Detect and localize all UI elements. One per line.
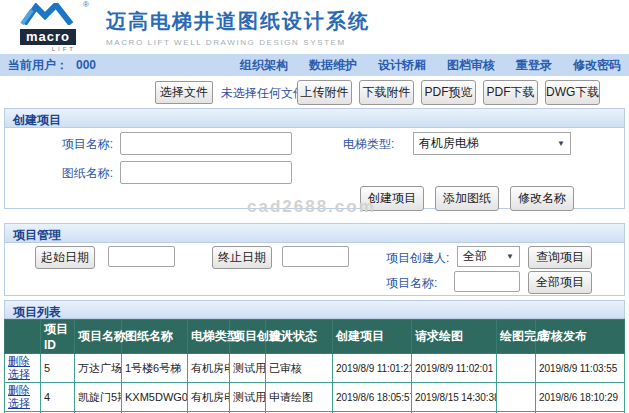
query-projects-button[interactable]: 查询项目 [528, 246, 592, 269]
create-project-panel: 创建项目 项目名称: 电梯类型: 有机房电梯 ▼ 图纸名称: 创建项目添加图纸修… [4, 108, 625, 209]
file-action-button[interactable]: PDF下载 [483, 80, 538, 105]
row-actions-cell: 删除 选择 [5, 383, 41, 412]
project-manage-panel-title: 项目管理 [5, 224, 624, 243]
project-creator-select[interactable]: 全部 ▼ [457, 246, 520, 267]
file-toolbar: 选择文件 未选择任何文件 上传附件下载附件PDF预览PDF下载DWG下载 [0, 80, 629, 104]
project-name-cell: 万达广场 [75, 354, 122, 383]
column-header: 项目创建人 [230, 320, 266, 354]
table-row: 删除 选择 4 凯旋门5期 KXM5DWG001 有机房电梯 测试用户 申请绘图… [5, 383, 625, 412]
column-header: 项目ID [41, 320, 75, 354]
end-date-input[interactable] [282, 246, 349, 267]
project-list-title: 项目列表 [4, 300, 625, 319]
design-status-cell: 已审核 [266, 354, 333, 383]
project-list-table-body: 删除 选择 5 万达广场 1号楼6号梯 有机房电梯 测试用户 已审核 2019/… [5, 354, 625, 413]
table-header-row: 项目ID项目名称图纸名称电梯类型项目创建人设计状态创建项目请求绘图绘图完成审核发… [5, 320, 625, 354]
project-creator-label: 项目创建人: [386, 250, 449, 267]
elevator-type-label: 电梯类型: [343, 136, 394, 153]
file-action-button[interactable]: 上传附件 [297, 80, 352, 105]
elevator-type-select[interactable]: 有机房电梯 ▼ [413, 132, 571, 155]
delete-link[interactable]: 删除 [8, 384, 30, 396]
top-nav: 当前用户： 000 组织架构数据维护设计轿厢图档审核重登录修改密码 [0, 54, 629, 76]
row-actions-cell: 删除 选择 [5, 354, 41, 383]
creator-cell: 测试用户 [230, 383, 266, 412]
page-title: 迈高电梯井道图纸设计系统 [106, 8, 370, 35]
created-time-cell: 2019/8/6 18:05:57 [333, 383, 412, 412]
column-header: 创建项目 [333, 320, 412, 354]
choose-file-button[interactable]: 选择文件 [155, 81, 213, 104]
nav-item[interactable]: 修改密码 [573, 58, 621, 72]
create-action-button[interactable]: 添加图纸 [435, 186, 499, 211]
create-project-panel-title: 创建项目 [5, 109, 624, 128]
create-project-body: 项目名称: 电梯类型: 有机房电梯 ▼ 图纸名称: 创建项目添加图纸修改名称 [5, 128, 624, 208]
drawing-name-cell: KXM5DWG001 [122, 383, 188, 412]
create-action-button[interactable]: 修改名称 [510, 186, 574, 211]
all-projects-button[interactable]: 全部项目 [528, 271, 592, 294]
chevron-down-icon: ▼ [557, 139, 565, 148]
end-date-button[interactable]: 终止日期 [212, 246, 272, 269]
project-name-cell: 凯旋门5期 [75, 383, 122, 412]
delete-link[interactable]: 删除 [8, 355, 30, 367]
project-creator-selected-value: 全部 [463, 248, 487, 265]
request-drawing-time-cell: 2019/8/9 11:02:01 [412, 354, 497, 383]
drawing-name-input[interactable] [120, 161, 292, 184]
start-date-button[interactable]: 起始日期 [35, 246, 95, 269]
manage-project-name-label: 项目名称: [386, 275, 437, 292]
column-header: 绘图完成 [497, 320, 536, 354]
nav-item[interactable]: 数据维护 [309, 58, 357, 72]
file-action-button[interactable]: PDF预览 [421, 80, 476, 105]
project-list-table-head: 项目ID项目名称图纸名称电梯类型项目创建人设计状态创建项目请求绘图绘图完成审核发… [5, 320, 625, 354]
start-date-input[interactable] [108, 246, 175, 267]
column-header: 项目名称 [75, 320, 122, 354]
column-header [5, 320, 41, 354]
project-id-cell: 4 [41, 383, 75, 412]
chevron-down-icon: ▼ [506, 252, 514, 261]
elevator-type-cell: 有机房电梯 [188, 383, 230, 412]
creator-cell: 测试用户 [230, 354, 266, 383]
column-header: 电梯类型 [188, 320, 230, 354]
nav-items: 组织架构数据维护设计轿厢图档审核重登录修改密码 [219, 57, 621, 74]
drawing-name-label: 图纸名称: [5, 165, 113, 182]
create-action-button[interactable]: 创建项目 [360, 186, 424, 211]
drawing-name-cell: 1号楼6号梯 [122, 354, 188, 383]
nav-item[interactable]: 重登录 [516, 58, 552, 72]
app-header: ® macro LIFT 迈高电梯井道图纸设计系统 MACRO LIFT WEL… [0, 0, 629, 54]
file-action-button[interactable]: 下载附件 [359, 80, 414, 105]
app-page: ® macro LIFT 迈高电梯井道图纸设计系统 MACRO LIFT WEL… [0, 0, 629, 413]
no-file-selected-text: 未选择任何文件 [221, 85, 305, 102]
brand-sub-name: LIFT [20, 46, 76, 52]
column-header: 图纸名称 [122, 320, 188, 354]
review-publish-time-cell: 2019/8/6 18:10:29 [536, 383, 625, 412]
table-row: 删除 选择 5 万达广场 1号楼6号梯 有机房电梯 测试用户 已审核 2019/… [5, 354, 625, 383]
elevator-type-selected-value: 有机房电梯 [419, 135, 479, 152]
column-header: 请求绘图 [412, 320, 497, 354]
design-status-cell: 申请绘图 [266, 383, 333, 412]
select-link[interactable]: 选择 [8, 397, 30, 409]
mountain-logo-icon [20, 3, 76, 25]
drawing-complete-time-cell [497, 354, 536, 383]
brand-name: macro [20, 29, 76, 45]
project-id-cell: 5 [41, 354, 75, 383]
manage-project-name-input[interactable] [454, 271, 520, 292]
select-link[interactable]: 选择 [8, 368, 30, 380]
file-action-buttons: 上传附件下载附件PDF预览PDF下载DWG下载 [297, 80, 600, 105]
current-user-label: 当前用户： [8, 57, 68, 74]
nav-item[interactable]: 设计轿厢 [378, 58, 426, 72]
brand-logo: ® macro LIFT [20, 3, 80, 52]
drawing-complete-time-cell [497, 383, 536, 412]
title-block: 迈高电梯井道图纸设计系统 MACRO LIFT WELL DRAWING DES… [106, 8, 370, 47]
created-time-cell: 2019/8/9 11:01:21 [333, 354, 412, 383]
elevator-type-cell: 有机房电梯 [188, 354, 230, 383]
project-name-input[interactable] [120, 132, 292, 155]
request-drawing-time-cell: 2019/8/15 14:30:38 [412, 383, 497, 412]
column-header: 设计状态 [266, 320, 333, 354]
nav-item[interactable]: 图档审核 [447, 58, 495, 72]
registered-trademark-icon: ® [83, 0, 89, 9]
file-action-button[interactable]: DWG下载 [545, 80, 600, 105]
review-publish-time-cell: 2019/8/9 11:03:55 [536, 354, 625, 383]
project-name-label: 项目名称: [5, 136, 113, 153]
create-action-buttons: 创建项目添加图纸修改名称 [360, 186, 574, 211]
nav-item[interactable]: 组织架构 [240, 58, 288, 72]
project-manage-body: 起始日期 终止日期 项目创建人: 全部 ▼ 查询项目 项目名称: 全部项目 [5, 243, 624, 295]
page-subtitle: MACRO LIFT WELL DRAWING DESIGN SYSTEM [106, 38, 370, 47]
project-manage-panel: 项目管理 起始日期 终止日期 项目创建人: 全部 ▼ 查询项目 项目名称: 全部… [4, 223, 625, 296]
